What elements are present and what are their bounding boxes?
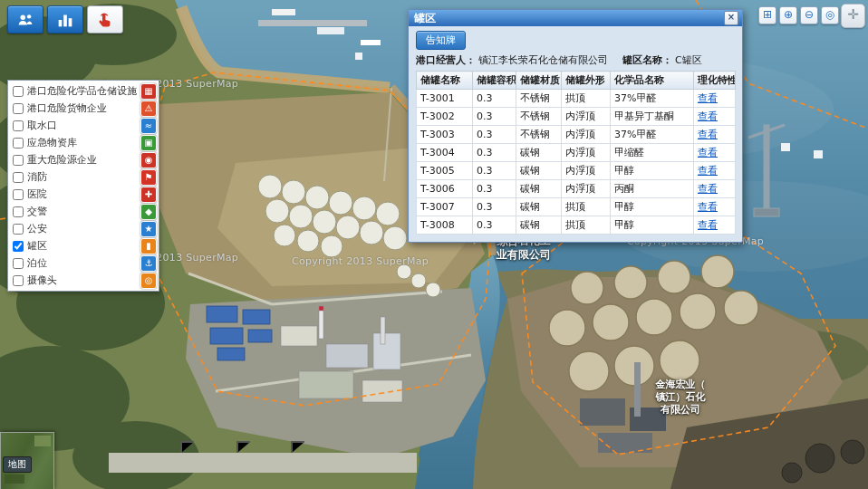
notice-board-button[interactable]: 告知牌 (416, 31, 466, 50)
water-intake-icon: ≈ (140, 118, 157, 134)
shape-cell: 拱顶 (562, 90, 611, 108)
popup-titlebar[interactable]: 罐区 × (409, 10, 742, 26)
view-link[interactable]: 查看 (698, 183, 718, 195)
layer-row-berth[interactable]: 泊位 ⚓ (10, 254, 157, 272)
layer-panel: 港口危险化学品仓储设施 ▦ 港口危险货物企业 ⚠ 取水口 ≈ 应急物资库 ▣ 重… (7, 80, 159, 292)
map-viewport: Copyright 2013 SuperMap Copyright 2013 S… (0, 0, 868, 489)
chemical-cell: 37%甲醛 (611, 90, 694, 108)
layer-row-traffic-police[interactable]: 交警 ◆ (10, 203, 157, 220)
view-link[interactable]: 查看 (698, 165, 718, 177)
view-link[interactable]: 查看 (698, 219, 718, 231)
touch-mode-button[interactable] (87, 5, 123, 34)
tank-name-cell: T-3008 (417, 216, 473, 235)
material-cell: 不锈钢 (516, 126, 562, 144)
chemical-cell: 甲醇 (611, 216, 694, 235)
layer-row-hospital[interactable]: 医院 ✚ (10, 186, 157, 203)
layer-checkbox-public-security[interactable] (13, 224, 24, 235)
layer-row-dangerous-goods[interactable]: 港口危险货物企业 ⚠ (10, 100, 157, 117)
traffic-police-icon: ◆ (140, 204, 157, 220)
zoom-out-icon[interactable]: ⊖ (800, 6, 818, 24)
minimap-toggle-tab[interactable]: 地图 (3, 456, 32, 473)
popup-info-line: 港口经营人： 镇江李长荣石化仓储有限公司 罐区名称： C罐区 (409, 53, 742, 71)
tank-name-cell: T-3001 (417, 90, 473, 108)
chemical-cell: 甲基异丁基酮 (611, 108, 694, 126)
shape-cell: 内浮顶 (562, 144, 611, 162)
layer-row-emergency-supplies[interactable]: 应急物资库 ▣ (10, 134, 157, 151)
operator-value: 镇江李长荣石化仓储有限公司 (478, 53, 608, 67)
layer-item-label: 重大危险源企业 (27, 153, 137, 167)
table-row: T-3002 0.3 不锈钢 内浮顶 甲基异丁基酮 查看 (417, 108, 736, 126)
col-properties: 理化特性 (694, 72, 736, 90)
public-security-icon: ★ (140, 221, 157, 237)
layer-checkbox-camera[interactable] (13, 275, 24, 286)
chemical-cell: 甲缩醛 (611, 144, 694, 162)
emergency-supplies-icon: ▣ (140, 135, 157, 151)
shape-cell: 内浮顶 (562, 108, 611, 126)
view-link[interactable]: 查看 (698, 129, 718, 140)
layer-checkbox-traffic-police[interactable] (13, 206, 24, 217)
table-row: T-3008 0.3 碳钢 拱顶 甲醇 查看 (417, 216, 736, 235)
view-link[interactable]: 查看 (698, 92, 718, 104)
shape-cell: 拱顶 (562, 198, 611, 216)
layer-row-port-chemical-storage[interactable]: 港口危险化学品仓储设施 ▦ (10, 82, 157, 100)
shape-cell: 内浮顶 (562, 180, 611, 198)
table-row: T-3003 0.3 不锈钢 内浮顶 37%甲醛 查看 (417, 126, 736, 144)
chemical-cell: 丙酮 (611, 180, 694, 198)
camera-icon: ◎ (140, 273, 157, 289)
map-controls: ⊞ ⊕ ⊖ ◎ (758, 6, 839, 24)
copyright-watermark: Copyright 2013 SuperMap (292, 255, 429, 267)
layer-row-tank-area[interactable]: 罐区 ▮ (10, 237, 157, 254)
bar-chart-button[interactable] (47, 5, 83, 34)
layer-checkbox-tank-area[interactable] (13, 241, 24, 252)
pan-compass-icon[interactable]: ✛ (841, 4, 865, 28)
layer-row-water-intake[interactable]: 取水口 ≈ (10, 117, 157, 134)
layer-checkbox-hospital[interactable] (13, 189, 24, 200)
layer-row-camera[interactable]: 摄像头 ◎ (10, 272, 157, 289)
layer-checkbox-port-chemical-storage[interactable] (13, 86, 24, 97)
material-cell: 碳钢 (516, 216, 562, 235)
material-cell: 碳钢 (516, 198, 562, 216)
view-link[interactable]: 查看 (698, 201, 718, 213)
layer-item-label: 罐区 (27, 239, 137, 253)
tank-name-cell: T-3007 (417, 198, 473, 216)
view-link[interactable]: 查看 (698, 110, 718, 122)
bar-chart-icon (54, 10, 76, 30)
shape-cell: 拱顶 (562, 216, 611, 235)
tank-table: 储罐名称 储罐容积 储罐材质 储罐外形 化学品名称 理化特性 T-3001 0.… (416, 71, 736, 235)
chemical-cell: 37%甲醛 (611, 126, 694, 144)
layer-checkbox-major-hazard[interactable] (13, 155, 24, 166)
layer-checkbox-dangerous-goods[interactable] (13, 103, 24, 114)
overview-minimap[interactable]: 地图 (0, 432, 54, 489)
table-row: T-3005 0.3 碳钢 内浮顶 甲醇 查看 (417, 162, 736, 180)
layer-row-public-security[interactable]: 公安 ★ (10, 220, 157, 237)
shape-cell: 内浮顶 (562, 126, 611, 144)
close-icon[interactable]: × (724, 11, 738, 25)
main-toolbar (7, 5, 123, 34)
layer-checkbox-water-intake[interactable] (13, 120, 24, 131)
dangerous-goods-icon: ⚠ (140, 101, 157, 117)
view-link[interactable]: 查看 (698, 147, 718, 158)
layer-checkbox-fire[interactable] (13, 172, 24, 183)
company-label-jinhai: 金海宏业（ 镇江）石化 有限公司 (638, 379, 723, 416)
capacity-cell: 0.3 (473, 162, 516, 180)
layer-item-label: 消防 (27, 170, 137, 184)
population-users-icon (14, 10, 36, 30)
split-view-icon[interactable]: ⊞ (758, 6, 776, 24)
tank-name-cell: T-3004 (417, 144, 473, 162)
touch-gesture-icon (94, 10, 116, 30)
capacity-cell: 0.3 (473, 216, 516, 235)
tank-area-icon: ▮ (140, 238, 157, 254)
zoom-in-icon[interactable]: ⊕ (779, 6, 797, 24)
col-tank-capacity: 储罐容积 (473, 72, 516, 90)
tank-area-popup: 罐区 × 告知牌 港口经营人： 镇江李长荣石化仓储有限公司 罐区名称： C罐区 … (408, 9, 743, 243)
berth-icon: ⚓ (140, 255, 157, 272)
globe-icon[interactable]: ◎ (821, 6, 839, 24)
table-row: T-3007 0.3 碳钢 拱顶 甲醇 查看 (417, 198, 736, 216)
tank-area-name-label: 罐区名称： (622, 53, 672, 67)
layer-checkbox-emergency-supplies[interactable] (13, 138, 24, 149)
layer-checkbox-berth[interactable] (13, 258, 24, 269)
table-row: T-3004 0.3 碳钢 内浮顶 甲缩醛 查看 (417, 144, 736, 162)
population-users-button[interactable] (7, 5, 43, 34)
layer-row-fire[interactable]: 消防 ⚑ (10, 168, 157, 186)
layer-row-major-hazard[interactable]: 重大危险源企业 ◉ (10, 151, 157, 168)
